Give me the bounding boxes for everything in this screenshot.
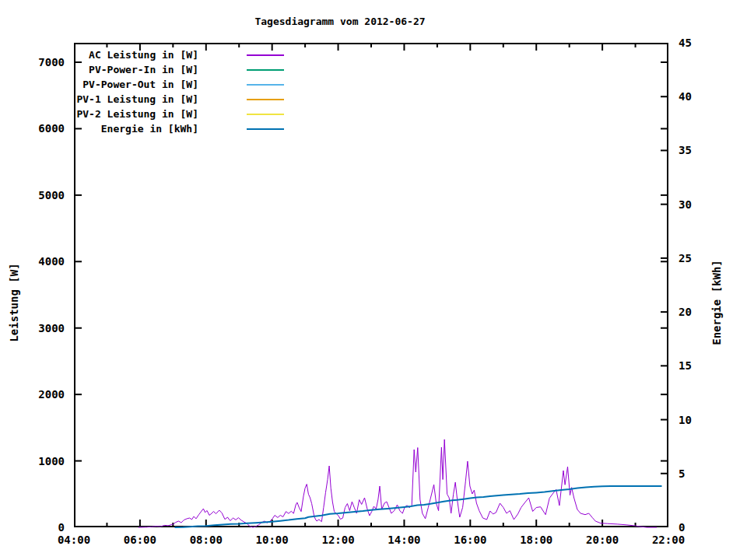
legend-label: Energie in [kWh] <box>74 123 198 135</box>
x-tick-label: 06:00 <box>115 534 165 546</box>
x-tick-label: 16:00 <box>445 534 495 546</box>
x-tick-label: 20:00 <box>577 534 627 546</box>
y-right-tick-label: 10 <box>679 414 725 426</box>
x-tick-label: 04:00 <box>49 534 99 546</box>
y-left-tick-label: 0 <box>9 521 65 534</box>
x-tick-label: 12:00 <box>314 534 363 546</box>
legend-label: PV-2 Leistung in [W] <box>74 108 198 121</box>
x-tick-label: 22:00 <box>644 534 693 546</box>
y-left-tick-label: 6000 <box>9 122 65 135</box>
x-tick-label: 08:00 <box>181 534 231 546</box>
y-left-axis-title: Leistung [W] <box>8 217 22 388</box>
plot-area: 01000200030004000500060007000 0510152025… <box>0 0 747 560</box>
legend-line-sample <box>247 114 284 115</box>
series-line-0 <box>139 439 657 527</box>
y-right-tick-label: 40 <box>679 90 725 103</box>
legend-label: PV-Power-Out in [W] <box>74 79 198 91</box>
legend-label: PV-Power-In in [W] <box>74 64 198 76</box>
y-right-tick-label: 35 <box>679 144 725 156</box>
y-left-tick-label: 5000 <box>9 189 65 201</box>
y-right-tick-label: 5 <box>679 467 725 480</box>
legend-line-sample <box>247 84 284 86</box>
y-right-tick-label: 30 <box>679 198 725 211</box>
x-tick-label: 18:00 <box>511 534 561 546</box>
y-right-tick-label: 45 <box>679 37 725 49</box>
x-tick-label: 10:00 <box>247 534 297 546</box>
legend-line-sample <box>247 128 284 130</box>
legend-label: PV-1 Leistung in [W] <box>74 93 198 106</box>
series-line-5 <box>175 486 662 527</box>
x-tick-label: 14:00 <box>379 534 429 546</box>
y-left-tick-label: 1000 <box>9 455 65 467</box>
y-left-tick-label: 7000 <box>9 56 65 68</box>
legend-line-sample <box>247 54 284 56</box>
legend-label: AC Leistung in [W] <box>74 49 198 61</box>
legend-line-sample <box>247 69 284 71</box>
y-right-axis-title: Energie [kWh] <box>710 217 724 388</box>
y-left-tick-label: 2000 <box>9 388 65 401</box>
legend-line-sample <box>247 99 284 100</box>
y-right-tick-label: 0 <box>679 521 725 534</box>
